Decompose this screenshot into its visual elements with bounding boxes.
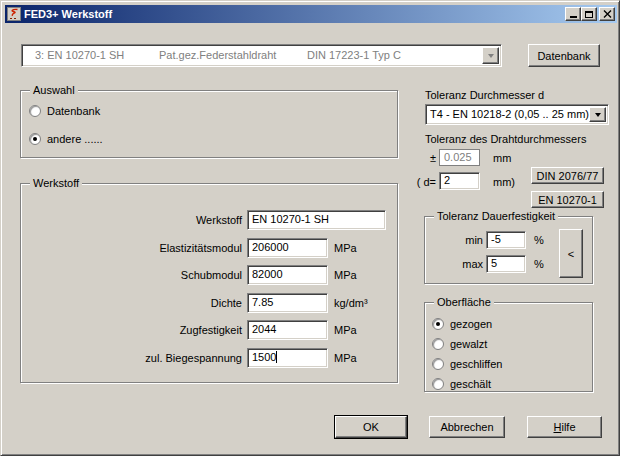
close-button[interactable] (599, 7, 615, 21)
werkstoff-input[interactable]: EN 10270-1 SH (247, 210, 386, 230)
radio-label: geschält (450, 378, 491, 390)
biegespannung-unit: MPa (334, 352, 357, 365)
radio-option-andere[interactable]: andere ...... (29, 132, 103, 146)
radio-option-datenbank[interactable]: Datenbank (29, 104, 100, 118)
zugfestigkeit-input[interactable]: 2044 (247, 320, 328, 340)
toleranz-wert-unit: mm (493, 152, 511, 165)
radio-option-geschaelt[interactable]: geschält (432, 377, 491, 391)
max-label: max (443, 258, 483, 271)
werkstoff-group: Werkstoff Werkstoff EN 10270-1 SH Elasti… (20, 183, 398, 383)
material-combo-id: 3: EN 10270-1 SH (35, 49, 124, 61)
chevron-down-icon (595, 113, 601, 117)
min-label: min (443, 234, 483, 247)
elastizitaetsmodul-input[interactable]: 206000 (247, 238, 328, 258)
oberflaeche-group: Oberfläche gezogen gewalzt geschliffen g… (424, 302, 593, 392)
biegespannung-input[interactable]: 1500 (247, 348, 328, 368)
radio-icon[interactable] (432, 358, 444, 370)
app-icon (7, 7, 21, 21)
dichte-unit: kg/dm³ (334, 297, 368, 310)
radio-icon[interactable] (432, 378, 444, 390)
cancel-button[interactable]: Abbrechen (429, 416, 505, 438)
schubmodul-label: Schubmodul (27, 269, 242, 282)
werkstoff-group-title: Werkstoff (30, 177, 82, 190)
toleranz-wert-input[interactable]: 0.025 (439, 149, 480, 166)
radio-icon[interactable] (432, 318, 444, 330)
radio-label: andere ...... (47, 133, 103, 145)
en-10270-button[interactable]: EN 10270-1 (531, 191, 604, 208)
dauerfestigkeit-group-title: Toleranz Dauerfestigkeit (434, 210, 558, 223)
auswahl-group: Auswahl Datenbank andere ...... (20, 90, 398, 158)
toleranz-combobox[interactable]: T4 - EN 10218-2 (0,05 .. 25 mm) (425, 104, 609, 125)
zugfestigkeit-unit: MPa (334, 324, 357, 337)
zugfestigkeit-label: Zugfestigkeit (27, 324, 242, 337)
min-unit: % (534, 234, 544, 247)
radio-label: gewalzt (450, 338, 487, 350)
title-bar: FED3+ Werkstoff (5, 5, 617, 23)
dauerfestigkeit-group: Toleranz Dauerfestigkeit min -5 % max 5 … (424, 216, 593, 284)
maximize-button[interactable] (581, 7, 597, 21)
minimize-button[interactable] (565, 7, 581, 21)
biegespannung-label: zul. Biegespannung (27, 352, 242, 365)
radio-label: Datenbank (47, 105, 100, 117)
radio-label: geschliffen (450, 358, 502, 370)
elastizitaetsmodul-label: Elastizitätsmodul (27, 242, 242, 255)
material-combobox[interactable]: 3: EN 10270-1 SH Pat.gez.Federstahldraht… (21, 44, 502, 67)
material-combo-standard: DIN 17223-1 Typ C (307, 49, 401, 61)
window-title: FED3+ Werkstoff (24, 5, 565, 23)
drahtdurchmesser-label: Toleranz des Drahtdurchmessers (425, 133, 586, 146)
material-combo-type: Pat.gez.Federstahldraht (159, 49, 276, 61)
plusminus-sign: ± (419, 152, 436, 165)
werkstoff-label: Werkstoff (27, 214, 242, 227)
radio-option-gewalzt[interactable]: gewalzt (432, 337, 487, 351)
text-caret (276, 351, 277, 363)
toleranz-combo-dropdown-button[interactable] (589, 107, 606, 122)
din-2076-button[interactable]: DIN 2076/77 (531, 167, 604, 184)
dichte-input[interactable]: 7.85 (247, 293, 328, 313)
schubmodul-unit: MPa (334, 269, 357, 282)
radio-option-geschliffen[interactable]: geschliffen (432, 357, 502, 371)
radio-icon[interactable] (29, 133, 41, 145)
help-button[interactable]: Hilfe (527, 416, 602, 438)
toleranz-durchmesser-label: Toleranz Durchmesser d (425, 89, 544, 102)
radio-icon[interactable] (432, 338, 444, 350)
ok-button[interactable]: OK (335, 416, 407, 438)
close-icon (603, 10, 612, 18)
ok-button-default-ring: OK (334, 415, 408, 439)
radio-option-gezogen[interactable]: gezogen (432, 317, 492, 331)
schubmodul-input[interactable]: 82000 (247, 265, 328, 285)
radio-icon[interactable] (29, 105, 41, 117)
max-unit: % (534, 258, 544, 271)
toleranz-combo-value: T4 - EN 10218-2 (0,05 .. 25 mm) (430, 108, 589, 120)
drahtdurchmesser-input[interactable]: 2 (439, 172, 480, 190)
oberflaeche-group-title: Oberfläche (434, 296, 494, 309)
d-unit: mm) (493, 176, 515, 189)
chevron-down-icon (488, 54, 494, 58)
d-prefix: ( d= (415, 176, 436, 189)
radio-label: gezogen (450, 318, 492, 330)
material-combo-dropdown-button[interactable] (482, 47, 499, 64)
dialog-window: FED3+ Werkstoff 3: EN 10270-1 SH Pat.gez… (0, 0, 620, 456)
datenbank-button[interactable]: Datenbank (528, 44, 600, 67)
dichte-label: Dichte (27, 297, 242, 310)
max-input[interactable]: 5 (486, 255, 526, 273)
min-input[interactable]: -5 (486, 231, 526, 249)
back-arrow-button[interactable]: < (559, 229, 583, 278)
elastizitaetsmodul-unit: MPa (334, 242, 357, 255)
maximize-icon (585, 11, 593, 18)
minimize-icon (570, 16, 577, 18)
auswahl-group-title: Auswahl (30, 84, 78, 97)
